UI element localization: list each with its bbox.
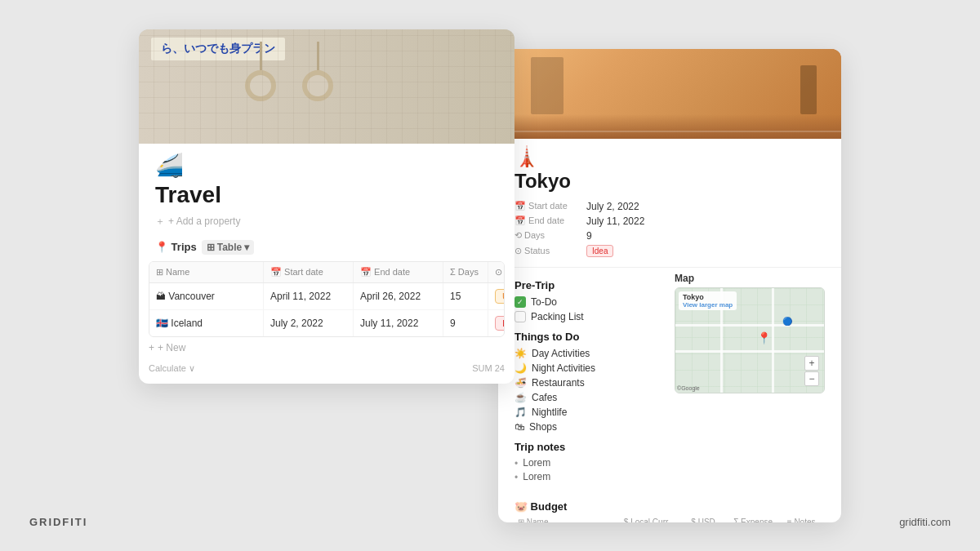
plus-icon: ＋	[155, 215, 165, 229]
trip-notes-title: Trip notes	[514, 441, 665, 453]
map-container: Tokyo View larger map 📍 🔵 + − ©Google	[675, 287, 825, 393]
prop-days: ⟲ Days 9	[514, 229, 825, 243]
shops-label: Shops	[529, 421, 557, 433]
row-start-date: July 2, 2022	[264, 310, 354, 336]
table-icon: ⊞	[207, 242, 215, 253]
night-activities-icon: 🌙	[514, 362, 527, 374]
activity-item[interactable]: 🛍 Shops	[514, 420, 665, 434]
map-section: Map Tokyo View larger map 📍 🔵	[675, 273, 825, 484]
prop-end-date: 📅 End date July 11, 2022	[514, 214, 825, 229]
map-attribution: ©Google	[677, 385, 700, 391]
col-end-date: 📅 End date	[354, 262, 443, 282]
pre-trip-title: Pre-Trip	[514, 279, 665, 291]
budget-col-local: $ Local Curr...	[621, 516, 688, 522]
plus-icon: +	[149, 342, 154, 353]
row-days: 9	[443, 310, 488, 336]
map-road-h2	[675, 350, 824, 353]
end-date-value: July 11, 2022	[586, 216, 644, 227]
row-start-date: April 11, 2022	[264, 283, 354, 309]
day-activities-label: Day Activities	[532, 348, 590, 359]
row-end-date: April 26, 2022	[354, 283, 443, 309]
two-col-section: Pre-Trip ✓ To-Do Packing List Things to …	[498, 273, 841, 494]
trips-header: 📍 Trips ⊞ Table ▾	[155, 240, 498, 255]
right-header-image	[498, 49, 841, 139]
note-item: • Lorem	[514, 456, 665, 470]
trips-label: 📍 Trips	[155, 241, 197, 253]
budget-header-row: ⊞ Name $ Local Curr... $ USD Σ Expense ≡…	[514, 516, 825, 522]
row-name: 🏔 Vancouver	[149, 283, 264, 309]
left-card: ら、いつでも身プラン 🚄 Travel ＋ + Add a property 📍…	[139, 29, 514, 384]
sum-value: SUM 24	[472, 363, 505, 373]
budget-col-usd: $ USD	[688, 516, 730, 522]
add-property-button[interactable]: ＋ + Add a property	[155, 215, 498, 229]
row-name: 🇮🇸 Iceland	[149, 310, 264, 336]
map-zoom-out[interactable]: −	[804, 371, 819, 386]
map-pin-blue: 🔵	[782, 317, 792, 326]
activity-item[interactable]: 🎵 Nightlife	[514, 405, 665, 420]
map-location-label: Tokyo View larger map	[679, 291, 737, 310]
note-item: • Lorem	[514, 470, 665, 484]
row-status: Idea	[488, 310, 505, 336]
map-pin-red: 📍	[757, 331, 771, 344]
budget-title: 🐷 Budget	[514, 500, 825, 513]
todo-label: To-Do	[531, 296, 557, 308]
start-date-value: July 2, 2022	[586, 201, 639, 212]
map-controls[interactable]: + −	[804, 356, 819, 386]
new-label: + New	[158, 342, 185, 353]
budget-col-expense: Σ Expense	[730, 516, 784, 522]
row-status: Upcoming	[488, 283, 505, 309]
table-row[interactable]: 🏔 Vancouver April 11, 2022 April 26, 202…	[149, 283, 504, 310]
prop-start-date: 📅 Start date July 2, 2022	[514, 199, 825, 214]
day-activities-icon: ☀️	[514, 348, 527, 359]
map-title: Map	[675, 273, 825, 284]
activity-item[interactable]: ☕ Cafes	[514, 390, 665, 405]
bullet-icon: •	[514, 458, 518, 469]
left-page-emoji: 🚄	[155, 152, 498, 179]
cafes-label: Cafes	[532, 392, 557, 403]
end-date-label: 📅 End date	[514, 216, 580, 226]
budget-col-name: ⊞ Name	[514, 516, 621, 522]
checklist-item[interactable]: ✓ To-Do	[514, 295, 665, 309]
brand-right: gridfiti.com	[899, 516, 951, 528]
activity-item[interactable]: 🍜 Restaurants	[514, 375, 665, 390]
table-row[interactable]: 🇮🇸 Iceland July 2, 2022 July 11, 2022 9 …	[149, 310, 504, 336]
budget-col-notes: ≡ Notes	[784, 516, 825, 522]
left-page-title: Travel	[155, 182, 498, 208]
packing-label: Packing List	[531, 311, 584, 322]
restaurants-label: Restaurants	[532, 377, 585, 389]
note-text: Lorem	[523, 457, 550, 469]
right-status-badge: Idea	[586, 245, 613, 257]
col-status: ⊙ Status	[488, 262, 505, 282]
nightlife-label: Nightlife	[532, 407, 567, 418]
activity-item[interactable]: 🌙 Night Activities	[514, 361, 665, 375]
note-text: Lorem	[523, 471, 550, 482]
budget-table: ⊞ Name $ Local Curr... $ USD Σ Expense ≡…	[514, 516, 825, 522]
view-toggle[interactable]: ⊞ Table ▾	[202, 240, 254, 255]
calculate-button[interactable]: Calculate ∨	[149, 363, 195, 374]
prop-status: ⊙ Status Idea	[514, 243, 825, 259]
map-zoom-in[interactable]: +	[804, 356, 819, 371]
new-row-button[interactable]: + + New	[139, 337, 514, 358]
left-header-image: ら、いつでも身プラン	[139, 29, 514, 144]
check-icon-empty	[514, 311, 526, 322]
add-property-label: + Add a property	[168, 216, 240, 227]
nightlife-icon: 🎵	[514, 407, 527, 418]
restaurants-icon: 🍜	[514, 377, 527, 389]
properties-section: 📅 Start date July 2, 2022 📅 End date Jul…	[514, 199, 825, 259]
checklist-item[interactable]: Packing List	[514, 309, 665, 324]
status-badge-upcoming: Upcoming	[495, 289, 505, 304]
night-activities-label: Night Activities	[532, 362, 595, 374]
cafes-icon: ☕	[514, 392, 527, 403]
bullet-icon: •	[514, 472, 518, 483]
status-badge-idea: Idea	[495, 316, 505, 331]
brand-left: GRIDFITI	[29, 516, 87, 528]
map-larger-link[interactable]: View larger map	[683, 301, 733, 309]
days-label: ⟲ Days	[514, 230, 580, 241]
view-label: Table	[217, 242, 242, 253]
activity-item[interactable]: ☀️ Day Activities	[514, 346, 665, 361]
things-to-do-title: Things to Do	[514, 331, 665, 343]
map-road-h1	[675, 324, 824, 327]
days-value: 9	[586, 230, 592, 242]
right-page-title: Tokyo	[514, 170, 825, 193]
chevron-icon: ▾	[244, 242, 249, 253]
